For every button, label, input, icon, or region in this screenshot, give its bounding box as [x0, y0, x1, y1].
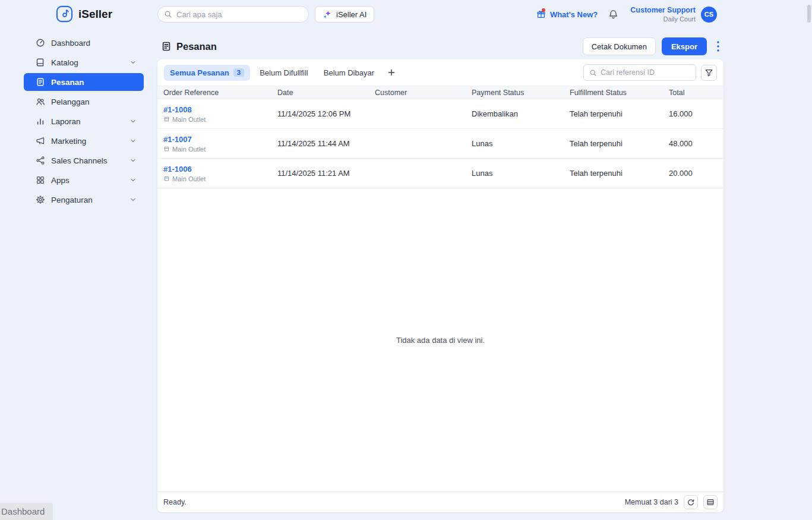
outlet-name: Main Outlet — [172, 116, 206, 123]
whats-new-label: What's New? — [550, 10, 598, 19]
store-icon — [163, 116, 170, 122]
iseller-ai-button[interactable]: iSeller AI — [315, 6, 374, 23]
sidebar-item-laporan[interactable]: Laporan — [24, 112, 144, 130]
outlet-name: Main Outlet — [172, 146, 206, 153]
sidebar-item-label: Laporan — [51, 117, 81, 126]
payment-status-cell: Dikembalikan — [472, 109, 570, 118]
status-text: Ready. — [163, 498, 187, 506]
sidebar-item-sales-channels[interactable]: Sales Channels — [24, 152, 144, 169]
outlet-name: Main Outlet — [172, 175, 206, 182]
outlet: Main Outlet — [163, 116, 277, 123]
date-cell: 11/14/2025 11:21 AM — [277, 169, 375, 178]
marketing-icon — [36, 136, 45, 146]
orders-title-icon — [161, 41, 172, 52]
card-footer: Ready. Memuat 3 dari 3 — [157, 491, 723, 512]
order-reference-link[interactable]: #1-1006 — [163, 165, 192, 174]
fulfillment-status-cell: Telah terpenuhi — [570, 139, 669, 148]
sidebar-item-marketing[interactable]: Marketing — [24, 132, 144, 150]
sidebar-item-pesanan[interactable]: Pesanan — [24, 73, 144, 91]
main-content: Pesanan Cetak Dokumen Ekspor Semua Pesan… — [157, 29, 723, 520]
orders-icon — [36, 77, 45, 87]
sidebar-item-pelanggan[interactable]: Pelanggan — [24, 93, 144, 111]
total-cell: 20.000 — [669, 169, 723, 178]
sidebar-item-katalog[interactable]: Katalog — [24, 53, 144, 71]
sidebar-item-label: Sales Channels — [51, 156, 108, 165]
reports-icon — [36, 116, 45, 126]
tab-belum-dibayar[interactable]: Belum Dibayar — [318, 65, 380, 81]
sidebar: Dashboard Katalog Pesanan — [0, 34, 157, 210]
filter-button[interactable] — [701, 65, 717, 81]
bell-icon[interactable] — [608, 10, 618, 20]
app-root: iSeller iSeller AI — [0, 0, 812, 520]
reference-search[interactable] — [583, 64, 696, 81]
user-org: Daily Court — [630, 15, 696, 23]
tab-belum-difullfill[interactable]: Belum Difullfill — [254, 65, 314, 81]
sidebar-item-apps[interactable]: Apps — [24, 171, 144, 189]
column-payment-status: Payment Status — [472, 89, 570, 97]
chevron-down-icon — [129, 137, 137, 144]
print-documents-button[interactable]: Cetak Dokumen — [583, 37, 656, 55]
scrollbar-thumb[interactable] — [807, 5, 811, 23]
tab-label: Belum Dibayar — [324, 68, 374, 77]
chevron-down-icon — [129, 196, 137, 203]
link-preview-statusbar: Dashboard — [0, 503, 53, 520]
sidebar-item-pengaturan[interactable]: Pengaturan — [24, 191, 144, 209]
export-button[interactable]: Ekspor — [662, 37, 707, 55]
sidebar-item-label: Katalog — [51, 58, 78, 67]
sidebar-item-label: Apps — [51, 176, 69, 185]
global-search[interactable] — [157, 6, 309, 23]
topbar: iSeller iSeller AI — [0, 0, 812, 29]
order-reference-link[interactable]: #1-1007 — [163, 135, 192, 144]
order-reference-link[interactable]: #1-1008 — [163, 105, 192, 114]
payment-status-cell: Lunas — [472, 139, 570, 148]
header-actions: Cetak Dokumen Ekspor — [583, 37, 723, 55]
tab-semua-pesanan[interactable]: Semua Pesanan 3 — [164, 65, 250, 81]
column-customer: Customer — [375, 89, 472, 97]
sidebar-item-label: Dashboard — [51, 39, 90, 48]
add-tab-button[interactable] — [387, 68, 396, 77]
iseller-logo-icon — [56, 5, 73, 23]
notification-dot — [542, 8, 545, 12]
chevron-down-icon — [129, 59, 137, 66]
chevron-down-icon — [129, 157, 137, 164]
loaded-count: Memuat 3 dari 3 — [625, 498, 678, 506]
user-menu[interactable]: Customer Support Daily Court — [630, 5, 696, 24]
table-row[interactable]: #1-1007 Main Outlet 11/14/2025 11:44 AM … — [157, 129, 723, 159]
sidebar-item-label: Pengaturan — [51, 196, 93, 204]
global-search-input[interactable] — [176, 10, 302, 19]
date-cell: 11/14/2025 11:44 AM — [277, 139, 375, 148]
column-order-reference: Order Reference — [163, 89, 277, 97]
tab-label: Semua Pesanan — [170, 68, 229, 77]
sidebar-item-label: Marketing — [51, 137, 86, 146]
refresh-button[interactable] — [684, 495, 698, 509]
payment-status-cell: Lunas — [472, 169, 570, 178]
outlet: Main Outlet — [163, 175, 277, 182]
order-reference-cell: #1-1006 Main Outlet — [163, 165, 277, 182]
table-view-button[interactable] — [703, 495, 718, 509]
catalog-icon — [36, 58, 45, 67]
tab-tools — [583, 64, 717, 81]
whats-new-link[interactable]: What's New? — [536, 10, 598, 19]
order-reference-cell: #1-1008 Main Outlet — [163, 105, 277, 123]
chevron-down-icon — [129, 177, 137, 184]
apps-icon — [36, 175, 45, 185]
customers-icon — [36, 97, 45, 106]
orders-card: Semua Pesanan 3 Belum Difullfill Belum D… — [157, 59, 723, 512]
sidebar-item-dashboard[interactable]: Dashboard — [24, 34, 144, 52]
store-icon — [163, 175, 170, 182]
total-cell: 48.000 — [669, 139, 723, 148]
avatar[interactable]: CS — [701, 7, 717, 23]
table-row[interactable]: #1-1008 Main Outlet 11/14/2025 12:06 PM … — [157, 99, 723, 129]
chevron-down-icon — [129, 118, 137, 125]
topbar-right: What's New? Customer Support Daily Court… — [536, 0, 717, 29]
kebab-menu-icon[interactable] — [713, 41, 723, 52]
tab-count-badge: 3 — [233, 68, 244, 77]
table-row[interactable]: #1-1006 Main Outlet 11/14/2025 11:21 AM … — [157, 159, 723, 188]
iseller-ai-label: iSeller AI — [336, 10, 366, 19]
total-cell: 16.000 — [669, 109, 723, 118]
reference-search-input[interactable] — [601, 68, 696, 77]
date-cell: 11/14/2025 12:06 PM — [277, 109, 375, 118]
search-icon — [589, 69, 597, 77]
brand-logo[interactable]: iSeller — [56, 5, 112, 23]
page-title: Pesanan — [176, 41, 217, 52]
